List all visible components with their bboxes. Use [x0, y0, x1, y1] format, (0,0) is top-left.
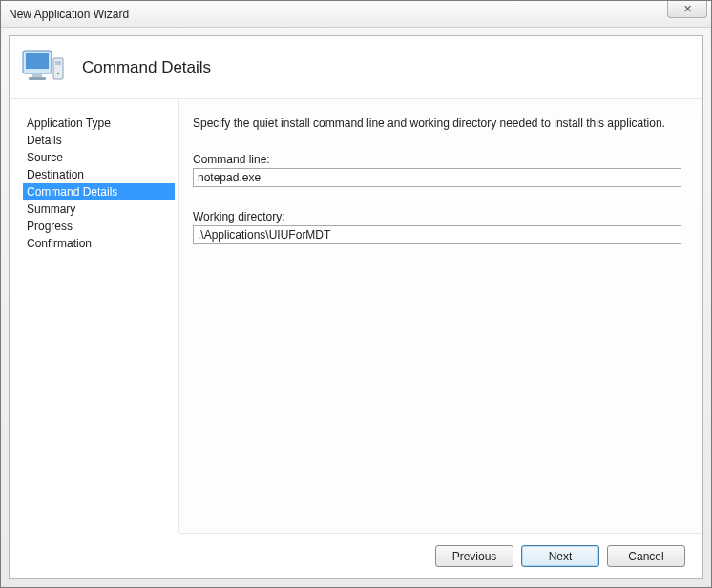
- wizard-sidebar: Application TypeDetailsSourceDestination…: [10, 99, 179, 533]
- wizard-body: Application TypeDetailsSourceDestination…: [10, 99, 702, 533]
- sidebar-item-progress[interactable]: Progress: [23, 218, 175, 235]
- wizard-inner: Command Details Application TypeDetailsS…: [9, 35, 703, 579]
- svg-rect-2: [32, 74, 42, 77]
- svg-point-6: [57, 72, 60, 74]
- svg-rect-5: [55, 61, 61, 65]
- wizard-footer: Previous Next Cancel: [179, 533, 702, 578]
- svg-rect-3: [29, 77, 46, 80]
- command-line-label: Command line:: [193, 153, 681, 166]
- wizard-header: Command Details: [10, 36, 702, 99]
- page-title: Command Details: [82, 58, 211, 77]
- close-button[interactable]: ✕: [667, 1, 707, 18]
- sidebar-item-summary[interactable]: Summary: [23, 200, 175, 218]
- sidebar-item-source[interactable]: Source: [23, 149, 175, 166]
- sidebar-item-confirmation[interactable]: Confirmation: [23, 235, 175, 252]
- working-directory-field-block: Working directory:: [193, 210, 681, 244]
- wizard-window: New Application Wizard ✕ Command Details: [0, 0, 712, 588]
- command-line-field-block: Command line:: [193, 153, 681, 187]
- working-directory-input[interactable]: [193, 225, 681, 244]
- sidebar-item-command-details[interactable]: Command Details: [23, 183, 175, 200]
- close-icon: ✕: [683, 3, 692, 15]
- working-directory-label: Working directory:: [193, 210, 681, 223]
- sidebar-item-application-type[interactable]: Application Type: [23, 115, 175, 132]
- previous-button[interactable]: Previous: [435, 545, 513, 567]
- instruction-text: Specify the quiet install command line a…: [193, 116, 681, 130]
- sidebar-item-details[interactable]: Details: [23, 132, 175, 149]
- wizard-content: Specify the quiet install command line a…: [179, 99, 702, 533]
- next-button[interactable]: Next: [521, 545, 599, 567]
- computer-icon: [21, 45, 67, 91]
- command-line-input[interactable]: [193, 168, 681, 187]
- cancel-button[interactable]: Cancel: [607, 545, 685, 567]
- titlebar: New Application Wizard ✕: [1, 1, 711, 28]
- svg-rect-1: [26, 53, 49, 69]
- sidebar-item-destination[interactable]: Destination: [23, 166, 175, 183]
- window-title: New Application Wizard: [9, 8, 129, 21]
